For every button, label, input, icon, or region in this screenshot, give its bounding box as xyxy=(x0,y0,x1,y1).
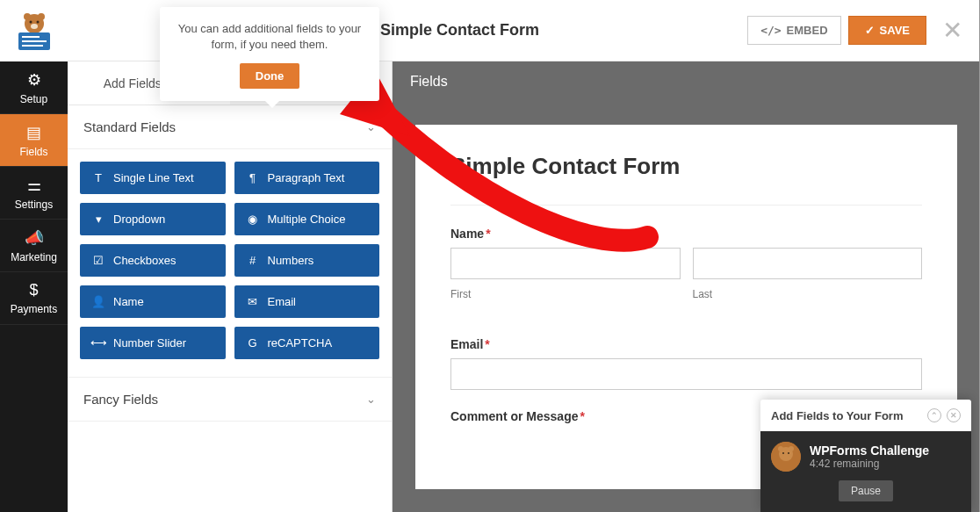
last-sublabel: Last xyxy=(693,288,923,300)
sidebar-label: Marketing xyxy=(11,251,57,263)
bear-logo-icon xyxy=(13,10,55,52)
email-label: Email* xyxy=(450,337,922,351)
field-type-icon: ¶ xyxy=(245,171,261,184)
field-type-label: Checkboxes xyxy=(113,254,177,267)
field-type-button[interactable]: ▾Dropdown xyxy=(80,203,226,235)
chevron-down-icon: ⌄ xyxy=(366,393,376,406)
sidebar-label: Payments xyxy=(11,303,57,315)
pause-button[interactable]: Pause xyxy=(839,480,893,501)
field-type-label: Dropdown xyxy=(113,213,165,226)
email-input[interactable] xyxy=(450,358,922,390)
field-type-label: reCAPTCHA xyxy=(268,336,333,350)
field-type-button[interactable]: ¶Paragraph Text xyxy=(234,162,380,194)
field-type-icon: T xyxy=(90,171,106,184)
fields-panel: Add Fields ⌄ Field Options › Standard Fi… xyxy=(68,61,393,512)
svg-point-1 xyxy=(24,13,31,20)
required-asterisk: * xyxy=(580,409,584,423)
popover-text: You can add additional fields to your fo… xyxy=(176,21,364,53)
field-type-label: Numbers xyxy=(268,254,314,267)
sidebar-item-settings[interactable]: ⚌ Settings xyxy=(0,167,68,220)
sidebar-item-marketing[interactable]: 📣 Marketing xyxy=(0,220,68,272)
section-label: Standard Fields xyxy=(83,119,176,134)
field-type-button[interactable]: 👤Name xyxy=(80,285,226,318)
field-type-label: Single Line Text xyxy=(113,171,194,184)
field-type-icon: 👤 xyxy=(90,295,106,308)
challenge-head-label: Add Fields to Your Form xyxy=(771,409,903,422)
svg-point-12 xyxy=(778,446,783,451)
svg-point-4 xyxy=(36,21,39,24)
field-type-icon: ✉ xyxy=(245,295,261,308)
tab-label: Add Fields xyxy=(104,76,162,90)
done-button[interactable]: Done xyxy=(240,63,300,89)
field-type-button[interactable]: TSingle Line Text xyxy=(80,162,226,194)
first-name-input[interactable] xyxy=(450,248,681,279)
field-type-label: Paragraph Text xyxy=(268,171,345,184)
chevron-down-icon: ⌄ xyxy=(366,120,376,133)
svg-point-3 xyxy=(29,21,32,24)
field-type-icon: ⟷ xyxy=(90,336,106,350)
field-type-icon: G xyxy=(245,336,261,350)
save-label: SAVE xyxy=(880,24,910,37)
embed-button[interactable]: </> EMBED xyxy=(747,16,840,45)
form-title: Simple Contact Form xyxy=(450,153,922,180)
required-asterisk: * xyxy=(486,227,490,241)
wpforms-logo-small xyxy=(771,442,801,472)
challenge-remaining: 4:42 remaining xyxy=(810,458,929,470)
field-type-label: Name xyxy=(113,295,144,308)
sidebar: ⚙ Setup ▤ Fields ⚌ Settings 📣 Marketing … xyxy=(0,0,68,512)
challenge-title: WPForms Challenge xyxy=(810,443,929,458)
svg-point-5 xyxy=(31,24,38,29)
embed-label: EMBED xyxy=(787,24,828,37)
sidebar-item-setup[interactable]: ⚙ Setup xyxy=(0,61,68,114)
svg-rect-7 xyxy=(22,36,40,38)
minimize-icon[interactable]: ⌃ xyxy=(927,408,941,422)
preview-header: Fields xyxy=(393,61,980,102)
field-type-label: Number Slider xyxy=(113,336,186,350)
preview-header-label: Fields xyxy=(410,74,448,89)
code-icon: </> xyxy=(760,24,781,37)
section-fancy-fields[interactable]: Fancy Fields ⌄ xyxy=(68,377,392,422)
svg-point-2 xyxy=(38,13,45,20)
save-button[interactable]: ✓ SAVE xyxy=(848,16,926,45)
sidebar-label: Fields xyxy=(19,146,47,158)
list-icon: ▤ xyxy=(26,123,41,142)
sliders-icon: ⚌ xyxy=(27,176,41,195)
required-asterisk: * xyxy=(485,337,489,351)
close-icon[interactable]: ✕ xyxy=(942,16,962,45)
field-type-button[interactable]: ✉Email xyxy=(234,285,380,318)
svg-point-13 xyxy=(789,446,794,451)
email-field[interactable]: Email* xyxy=(450,337,922,390)
onboarding-popover: You can add additional fields to your fo… xyxy=(160,7,379,101)
field-type-button[interactable]: ◉Multiple Choice xyxy=(234,203,380,235)
field-type-button[interactable]: #Numbers xyxy=(234,244,380,277)
field-type-button[interactable]: ☑Checkboxes xyxy=(80,244,226,277)
svg-rect-8 xyxy=(22,40,47,42)
standard-fields-grid: TSingle Line Text¶Paragraph Text▾Dropdow… xyxy=(68,149,392,377)
field-type-icon: ◉ xyxy=(245,213,261,226)
first-sublabel: First xyxy=(450,288,681,300)
field-type-label: Multiple Choice xyxy=(268,213,346,226)
dollar-icon: $ xyxy=(29,281,38,299)
sidebar-label: Setup xyxy=(20,93,47,105)
divider xyxy=(450,205,922,206)
section-standard-fields[interactable]: Standard Fields ⌄ xyxy=(68,105,392,149)
field-type-icon: ☑ xyxy=(90,254,106,267)
name-label: Name* xyxy=(450,227,922,241)
field-type-icon: # xyxy=(245,254,261,267)
close-icon[interactable]: ✕ xyxy=(947,408,961,422)
challenge-popup: Add Fields to Your Form ⌃ ✕ xyxy=(760,400,971,512)
svg-point-14 xyxy=(782,452,784,454)
check-icon: ✓ xyxy=(865,24,875,37)
last-name-input[interactable] xyxy=(693,248,923,279)
wpforms-logo xyxy=(0,0,68,61)
field-type-button[interactable]: ⟷Number Slider xyxy=(80,327,226,359)
gear-icon: ⚙ xyxy=(27,70,41,90)
sidebar-item-payments[interactable]: $ Payments xyxy=(0,272,68,325)
sidebar-item-fields[interactable]: ▤ Fields xyxy=(0,114,68,167)
name-field[interactable]: Name* First Last xyxy=(450,227,922,318)
field-type-label: Email xyxy=(268,295,297,308)
section-label: Fancy Fields xyxy=(83,392,158,407)
sidebar-label: Settings xyxy=(15,198,53,211)
field-type-button[interactable]: GreCAPTCHA xyxy=(234,327,380,359)
svg-point-15 xyxy=(788,452,789,454)
